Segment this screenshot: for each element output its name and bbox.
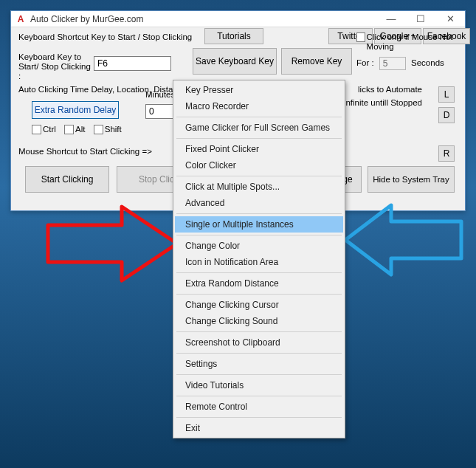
menu-separator <box>176 272 342 273</box>
clicks-automate-label: licks to Automate <box>358 85 422 94</box>
menu-separator <box>176 396 342 396</box>
menu-separator <box>176 235 342 235</box>
menu-item-game-clicker-for-full-screen-games[interactable]: Game Clicker for Full Screen Games <box>175 120 343 136</box>
alt-label: Alt <box>75 125 85 134</box>
for-label: For : <box>356 58 374 67</box>
menu-separator <box>176 417 342 418</box>
shortcut-key-input[interactable] <box>94 56 171 71</box>
menu-separator <box>176 294 342 295</box>
minutes-input[interactable] <box>145 104 175 119</box>
d-button[interactable]: D <box>438 107 455 123</box>
ctrl-checkbox[interactable] <box>32 125 41 134</box>
save-keyboard-key-button[interactable]: Save Keyboard Key <box>193 48 277 75</box>
shortcut-label: Keyboard Shortcut Key to Start / Stop Cl… <box>18 32 192 41</box>
menu-separator <box>176 331 342 332</box>
menu-item-single-or-multiple-instances[interactable]: Single or Multiple Instances <box>175 216 343 233</box>
click-only-label: Click only if Mouse Not Moving <box>367 32 467 52</box>
svg-marker-0 <box>48 207 177 281</box>
alt-checkbox[interactable] <box>64 125 74 134</box>
menu-item-fixed-point-clicker[interactable]: Fixed Point Clicker <box>175 141 343 157</box>
menu-separator <box>176 138 342 139</box>
menu-item-icon-in-notification-area[interactable]: Icon in Notification Area <box>175 254 343 270</box>
menu-item-change-clicking-cursor[interactable]: Change Clicking Cursor <box>175 297 343 313</box>
menu-item-exit[interactable]: Exit <box>175 420 343 436</box>
menu-item-remote-control[interactable]: Remote Control <box>175 399 343 415</box>
maximize-button[interactable]: ☐ <box>406 11 435 27</box>
for-seconds-input[interactable] <box>379 57 406 70</box>
r-button[interactable]: R <box>438 145 455 162</box>
menu-separator <box>176 117 342 117</box>
svg-marker-1 <box>345 205 461 275</box>
click-only-group: Click only if Mouse Not Moving For : Sec… <box>356 32 467 77</box>
menu-item-change-clicking-sound[interactable]: Change Clicking Sound <box>175 313 343 329</box>
ctrl-label: Ctrl <box>43 125 56 134</box>
shift-label: Shift <box>105 125 122 134</box>
app-icon: A <box>15 14 26 24</box>
blue-arrow-annotation <box>339 199 465 281</box>
red-arrow-annotation <box>41 199 181 288</box>
menu-item-video-tutorials[interactable]: Video Tutorials <box>175 377 343 393</box>
shortcut-key-label: Keyboard Key to Start/ Stop Clicking : <box>18 52 92 81</box>
modifier-row: Ctrl Alt Shift <box>32 125 128 134</box>
click-only-checkbox[interactable] <box>356 32 365 42</box>
menu-item-settings[interactable]: Settings <box>175 356 343 372</box>
menu-item-advanced[interactable]: Advanced <box>175 195 343 211</box>
close-button[interactable]: ✕ <box>435 11 465 27</box>
menu-item-screenshot-to-clipboard[interactable]: Screenshot to Clipboard <box>175 334 343 351</box>
hide-to-tray-button[interactable]: Hide to System Tray <box>368 166 455 193</box>
menu-separator <box>176 213 342 214</box>
minimize-button[interactable]: — <box>376 11 406 27</box>
menu-separator <box>176 176 342 176</box>
seconds-label: Seconds <box>411 58 444 67</box>
menu-item-macro-recorder[interactable]: Macro Recorder <box>175 98 343 114</box>
context-menu[interactable]: Key PresserMacro RecorderGame Clicker fo… <box>173 80 345 438</box>
start-clicking-button[interactable]: Start Clicking <box>25 166 109 193</box>
remove-key-button[interactable]: Remove Key <box>281 48 352 75</box>
menu-item-color-clicker[interactable]: Color Clicker <box>175 157 343 173</box>
mouse-shortcut-label: Mouse Shortcut to Start Clicking => <box>18 147 152 156</box>
menu-separator <box>176 374 342 375</box>
menu-item-click-at-multiple-spots[interactable]: Click at Multiple Spots... <box>175 179 343 195</box>
menu-item-change-color[interactable]: Change Color <box>175 238 343 254</box>
minutes-label: Minutes <box>145 90 175 99</box>
menu-separator <box>176 353 342 354</box>
titlebar: A Auto Clicker by MurGee.com — ☐ ✕ <box>11 11 465 27</box>
window-controls: — ☐ ✕ <box>376 11 465 27</box>
shift-checkbox[interactable] <box>94 125 103 134</box>
menu-item-key-presser[interactable]: Key Presser <box>175 82 343 98</box>
extra-random-delay-button[interactable]: Extra Random Delay <box>32 101 119 119</box>
l-button[interactable]: L <box>438 86 455 103</box>
tutorials-button[interactable]: Tutorials <box>204 28 263 44</box>
menu-item-extra-random-distance[interactable]: Extra Random Distance <box>175 275 343 292</box>
window-title: Auto Clicker by MurGee.com <box>30 14 376 24</box>
shortcut-section: Tutorials Twitter Google + Facebook Keyb… <box>15 29 461 80</box>
